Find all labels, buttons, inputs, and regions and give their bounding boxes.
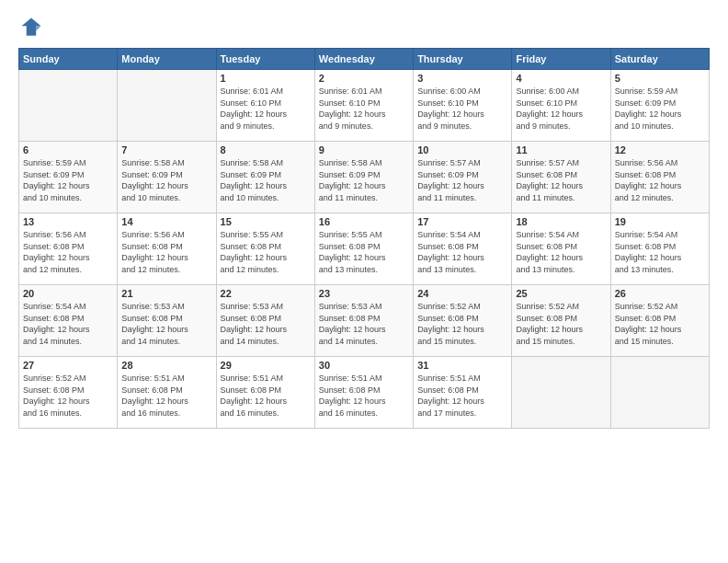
day-info: Sunrise: 5:53 AM Sunset: 6:08 PM Dayligh… [221, 301, 311, 347]
calendar-day-header: Tuesday [216, 49, 314, 70]
calendar-cell: 29Sunrise: 5:51 AM Sunset: 6:08 PM Dayli… [216, 357, 314, 429]
day-number: 10 [417, 144, 507, 155]
calendar-cell [610, 357, 709, 429]
calendar-cell: 25Sunrise: 5:52 AM Sunset: 6:08 PM Dayli… [512, 285, 610, 357]
day-info: Sunrise: 5:56 AM Sunset: 6:08 PM Dayligh… [615, 157, 705, 203]
calendar-cell: 19Sunrise: 5:54 AM Sunset: 6:08 PM Dayli… [610, 213, 709, 285]
day-info: Sunrise: 5:57 AM Sunset: 6:08 PM Dayligh… [516, 157, 606, 203]
day-info: Sunrise: 5:52 AM Sunset: 6:08 PM Dayligh… [615, 301, 705, 347]
day-info: Sunrise: 5:51 AM Sunset: 6:08 PM Dayligh… [417, 373, 507, 419]
day-info: Sunrise: 5:58 AM Sunset: 6:09 PM Dayligh… [319, 157, 409, 203]
day-info: Sunrise: 5:51 AM Sunset: 6:08 PM Dayligh… [319, 373, 409, 419]
day-info: Sunrise: 5:52 AM Sunset: 6:08 PM Dayligh… [23, 373, 113, 419]
day-number: 2 [319, 73, 409, 84]
day-number: 31 [417, 360, 507, 371]
day-number: 24 [417, 288, 507, 299]
day-number: 6 [23, 144, 113, 155]
day-info: Sunrise: 5:55 AM Sunset: 6:08 PM Dayligh… [221, 229, 311, 275]
day-info: Sunrise: 5:54 AM Sunset: 6:08 PM Dayligh… [615, 229, 705, 275]
calendar-day-header: Monday [118, 49, 216, 70]
calendar-cell: 3Sunrise: 6:00 AM Sunset: 6:10 PM Daylig… [414, 70, 512, 142]
calendar-cell: 14Sunrise: 5:56 AM Sunset: 6:08 PM Dayli… [118, 213, 216, 285]
day-info: Sunrise: 5:58 AM Sunset: 6:09 PM Dayligh… [221, 157, 311, 203]
day-number: 21 [121, 288, 211, 299]
day-number: 23 [319, 288, 409, 299]
calendar-header-row: SundayMondayTuesdayWednesdayThursdayFrid… [19, 49, 710, 70]
calendar-cell: 8Sunrise: 5:58 AM Sunset: 6:09 PM Daylig… [216, 142, 314, 213]
calendar-cell: 1Sunrise: 6:01 AM Sunset: 6:10 PM Daylig… [216, 70, 314, 142]
day-info: Sunrise: 6:00 AM Sunset: 6:10 PM Dayligh… [516, 86, 606, 132]
page: SundayMondayTuesdayWednesdayThursdayFrid… [0, 0, 728, 563]
calendar-cell: 24Sunrise: 5:52 AM Sunset: 6:08 PM Dayli… [414, 285, 512, 357]
calendar-day-header: Friday [512, 49, 610, 70]
day-number: 15 [221, 216, 311, 227]
day-info: Sunrise: 5:54 AM Sunset: 6:08 PM Dayligh… [23, 301, 113, 347]
calendar-cell: 20Sunrise: 5:54 AM Sunset: 6:08 PM Dayli… [19, 285, 118, 357]
day-number: 11 [516, 144, 606, 155]
day-info: Sunrise: 5:58 AM Sunset: 6:09 PM Dayligh… [121, 157, 211, 203]
day-info: Sunrise: 5:52 AM Sunset: 6:08 PM Dayligh… [516, 301, 606, 347]
calendar-cell: 23Sunrise: 5:53 AM Sunset: 6:08 PM Dayli… [314, 285, 413, 357]
day-info: Sunrise: 5:54 AM Sunset: 6:08 PM Dayligh… [516, 229, 606, 275]
calendar-cell: 11Sunrise: 5:57 AM Sunset: 6:08 PM Dayli… [512, 142, 610, 213]
calendar-week-row: 13Sunrise: 5:56 AM Sunset: 6:08 PM Dayli… [19, 213, 710, 285]
day-info: Sunrise: 5:57 AM Sunset: 6:09 PM Dayligh… [417, 157, 507, 203]
day-number: 25 [516, 288, 606, 299]
calendar-cell: 18Sunrise: 5:54 AM Sunset: 6:08 PM Dayli… [512, 213, 610, 285]
calendar-body: 1Sunrise: 6:01 AM Sunset: 6:10 PM Daylig… [19, 70, 710, 429]
calendar-week-row: 20Sunrise: 5:54 AM Sunset: 6:08 PM Dayli… [19, 285, 710, 357]
logo-icon [18, 15, 44, 40]
day-number: 29 [221, 360, 311, 371]
day-number: 28 [121, 360, 211, 371]
day-info: Sunrise: 5:59 AM Sunset: 6:09 PM Dayligh… [615, 86, 705, 132]
calendar-week-row: 1Sunrise: 6:01 AM Sunset: 6:10 PM Daylig… [19, 70, 710, 142]
day-number: 17 [417, 216, 507, 227]
calendar-cell [19, 70, 118, 142]
calendar-cell: 5Sunrise: 5:59 AM Sunset: 6:09 PM Daylig… [610, 70, 709, 142]
calendar-cell: 10Sunrise: 5:57 AM Sunset: 6:09 PM Dayli… [414, 142, 512, 213]
day-info: Sunrise: 5:52 AM Sunset: 6:08 PM Dayligh… [417, 301, 507, 347]
day-info: Sunrise: 5:55 AM Sunset: 6:08 PM Dayligh… [319, 229, 409, 275]
calendar-cell [512, 357, 610, 429]
day-number: 20 [23, 288, 113, 299]
calendar-cell: 16Sunrise: 5:55 AM Sunset: 6:08 PM Dayli… [314, 213, 413, 285]
calendar-cell: 27Sunrise: 5:52 AM Sunset: 6:08 PM Dayli… [19, 357, 118, 429]
day-info: Sunrise: 6:00 AM Sunset: 6:10 PM Dayligh… [417, 86, 507, 132]
calendar-cell: 30Sunrise: 5:51 AM Sunset: 6:08 PM Dayli… [314, 357, 413, 429]
calendar-day-header: Thursday [414, 49, 512, 70]
calendar-table: SundayMondayTuesdayWednesdayThursdayFrid… [18, 48, 710, 429]
svg-marker-1 [36, 26, 40, 30]
day-number: 7 [121, 144, 211, 155]
day-info: Sunrise: 5:53 AM Sunset: 6:08 PM Dayligh… [121, 301, 211, 347]
calendar-cell: 4Sunrise: 6:00 AM Sunset: 6:10 PM Daylig… [512, 70, 610, 142]
calendar-day-header: Wednesday [314, 49, 413, 70]
calendar-cell: 9Sunrise: 5:58 AM Sunset: 6:09 PM Daylig… [314, 142, 413, 213]
calendar-cell: 31Sunrise: 5:51 AM Sunset: 6:08 PM Dayli… [414, 357, 512, 429]
day-info: Sunrise: 5:56 AM Sunset: 6:08 PM Dayligh… [121, 229, 211, 275]
calendar-cell: 15Sunrise: 5:55 AM Sunset: 6:08 PM Dayli… [216, 213, 314, 285]
logo [18, 15, 48, 40]
calendar-week-row: 6Sunrise: 5:59 AM Sunset: 6:09 PM Daylig… [19, 142, 710, 213]
calendar-cell: 22Sunrise: 5:53 AM Sunset: 6:08 PM Dayli… [216, 285, 314, 357]
day-number: 14 [121, 216, 211, 227]
day-info: Sunrise: 5:56 AM Sunset: 6:08 PM Dayligh… [23, 229, 113, 275]
day-number: 1 [221, 73, 311, 84]
header [18, 15, 710, 40]
day-info: Sunrise: 5:59 AM Sunset: 6:09 PM Dayligh… [23, 157, 113, 203]
day-number: 22 [221, 288, 311, 299]
calendar-cell [118, 70, 216, 142]
day-number: 8 [221, 144, 311, 155]
day-info: Sunrise: 5:54 AM Sunset: 6:08 PM Dayligh… [417, 229, 507, 275]
day-number: 5 [615, 73, 705, 84]
day-number: 13 [23, 216, 113, 227]
calendar-cell: 12Sunrise: 5:56 AM Sunset: 6:08 PM Dayli… [610, 142, 709, 213]
calendar-day-header: Saturday [610, 49, 709, 70]
day-number: 30 [319, 360, 409, 371]
calendar-cell: 21Sunrise: 5:53 AM Sunset: 6:08 PM Dayli… [118, 285, 216, 357]
calendar-cell: 17Sunrise: 5:54 AM Sunset: 6:08 PM Dayli… [414, 213, 512, 285]
calendar-cell: 7Sunrise: 5:58 AM Sunset: 6:09 PM Daylig… [118, 142, 216, 213]
calendar-day-header: Sunday [19, 49, 118, 70]
day-number: 4 [516, 73, 606, 84]
day-info: Sunrise: 6:01 AM Sunset: 6:10 PM Dayligh… [221, 86, 311, 132]
calendar-cell: 26Sunrise: 5:52 AM Sunset: 6:08 PM Dayli… [610, 285, 709, 357]
